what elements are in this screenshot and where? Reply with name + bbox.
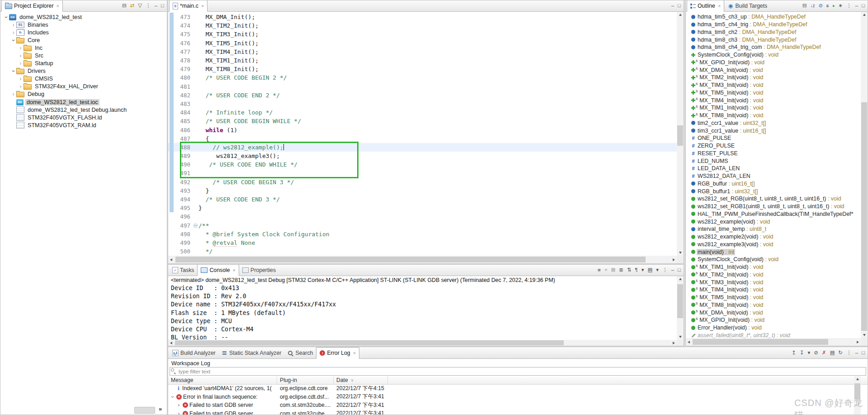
log-row[interactable]: ›×Error in final launch sequence:org.ecl… [168,393,868,401]
tree-item[interactable]: dome_WS2812_led_test.ioc [1,98,167,106]
tab-outline[interactable]: Outline [687,0,724,12]
tree-item[interactable]: ›Drivers [1,67,167,75]
code-line[interactable]: 488 // ws2812_example(); [168,143,677,152]
clear-console-icon[interactable]: ≣ [619,267,623,273]
tree-item[interactable]: ›dome_WS2812_led_test [1,13,167,21]
log-row[interactable]: iIndexed 'uart4DMA1' (22 sources, 1(org.… [168,384,868,393]
outline-item[interactable]: hdma_tim8_ch2 : DMA_HandleTypeDef [686,29,861,36]
import-log-icon[interactable]: ↧ [800,350,804,356]
dropdown-icon[interactable]: ▾ [808,350,811,356]
outline-item[interactable]: SystemClock_Config(void) : void [686,256,861,263]
twistie-icon[interactable]: › [18,53,24,58]
outline-item[interactable]: sMX_TIM5_Init(void) : void [686,294,861,301]
code-editor[interactable]: 473 MX_DMA_Init();474 MX_TIM2_Init();475… [168,12,677,256]
outline-item[interactable]: ws2812_example3(void) : void [686,241,861,248]
outline-item[interactable]: #LED_DATA_LEN [686,165,861,172]
pin-console-icon[interactable]: ▾ [642,267,644,273]
twistie-icon[interactable]: › [18,45,24,51]
code-line[interactable]: 495} [168,204,677,212]
hide-static-icon[interactable]: s [826,4,829,8]
twistie-icon[interactable]: › [170,394,176,399]
outline-item[interactable]: hdma_tim8_ch3 : DMA_HandleTypeDef [686,36,861,43]
outline-item[interactable]: SystemClock_Config(void) : void [686,51,861,59]
code-line[interactable]: 481 [168,82,677,91]
tree-item[interactable]: ›Includes [1,29,167,36]
hide-non-public-icon[interactable]: ● [832,4,835,8]
scrollbar-thumb[interactable] [677,284,683,318]
editor-horizontal-scrollbar[interactable] [168,256,677,263]
outline-item[interactable]: sMX_TIM3_Init(void) : void [686,278,861,286]
code-line[interactable]: 478 MX_TIM1_Init(); [168,56,677,65]
tree-item[interactable]: dome_WS2812_led_test Debug.launch [1,106,167,114]
twistie-icon[interactable]: › [18,61,24,66]
clear-log-icon[interactable]: ⊘ [814,350,818,356]
code-line[interactable]: 494 /* USER CODE END 3 */ [168,195,677,204]
code-line[interactable]: 497−/** [168,221,677,230]
code-line[interactable]: 474 MX_TIM2_Init(); [168,21,677,30]
outline-item[interactable]: sMX_TIM1_Init(void) : void [686,104,861,112]
code-line[interactable]: 496 [168,212,677,221]
close-icon[interactable] [717,3,721,9]
tree-item[interactable]: ›Startup [1,60,167,67]
outline-item[interactable]: #WS2812_DATA_LEN [686,172,861,180]
view-menu-icon[interactable]: ⋮ [662,267,668,273]
outline-item[interactable]: tim3_ccr1_value : uint16_t[] [686,127,861,134]
maximize-icon[interactable]: □ [678,267,681,273]
tab-tasks[interactable]: Tasks [169,265,197,276]
outline-item[interactable]: HAL_TIM_PWM_PulseFinishedCallback(TIM_Ha… [686,210,861,218]
scrollbar-thumb[interactable] [175,257,646,262]
open-log-icon[interactable]: ▤ [830,350,835,356]
tab-build-analyzer[interactable]: Build Analyzer [169,348,219,358]
tab-main-c[interactable]: *main.c [169,0,208,12]
trim-bar[interactable] [134,407,155,414]
outline-item[interactable]: sMX_DMA_Init(void) : void [686,309,861,316]
outline-item[interactable]: #RESET_PULSE [686,150,861,157]
scroll-left-icon[interactable] [686,339,692,345]
maximize-icon[interactable]: □ [678,3,681,9]
console-vertical-scrollbar[interactable] [677,276,684,340]
scrollbar-thumb[interactable] [175,340,564,345]
collapse-all-icon[interactable]: ⊟ [122,3,127,9]
code-line[interactable]: 498 * @brief System Clock Configuration [168,230,677,239]
code-line[interactable]: 479 MX_TIM8_Init(); [168,65,677,73]
outline-item[interactable]: #ONE_PULSE [686,134,861,142]
tab-properties[interactable]: Properties [239,265,279,276]
twistie-icon[interactable]: › [11,37,16,43]
outline-item[interactable]: hdma_tim8_ch4_trig_com : DMA_HandleTypeD… [686,43,861,51]
export-log-icon[interactable]: ↥ [792,350,796,356]
outline-item[interactable]: sMX_TIM2_Init(void) : void [686,271,861,279]
code-line[interactable]: 482 /* USER CODE END 2 */ [168,91,677,100]
column-header-plugin[interactable]: Plug-in [277,376,334,384]
outline-item[interactable]: tim2_ccr1_value : uint32_t[] [686,119,861,127]
outline-item[interactable]: sMX_DMA_Init(void) : void [686,66,861,74]
outline-item[interactable]: ws2812_set_RGB(uint8_t, uint8_t, uint8_t… [686,195,861,203]
console-output[interactable]: Device ID : 0x413Revision ID : Rev 2.0De… [171,284,676,339]
tab-static-stack-analyzer[interactable]: Static Stack Analyzer [219,348,285,358]
outline-item[interactable]: sMX_TIM2_Init(void) : void [686,74,861,81]
tree-item[interactable]: STM32F405VGTX_FLASH.ld [1,114,167,121]
maximize-icon[interactable]: □ [862,350,865,356]
close-icon[interactable] [352,350,356,356]
code-line[interactable]: 487 { [168,134,677,143]
scroll-up-icon[interactable] [861,12,867,18]
code-line[interactable]: 476 MX_TIM5_Init(); [168,39,677,48]
outline-vertical-scrollbar[interactable] [861,12,868,338]
hide-fields-icon[interactable]: ⊘ [818,3,823,9]
maximize-icon[interactable]: □ [161,3,164,9]
minimize-icon[interactable]: – [671,267,674,273]
sort-alpha-icon[interactable]: ↓z [810,4,815,8]
open-console-icon[interactable]: ▾ [656,267,659,273]
outline-item[interactable]: RGB_buffur1 : uint32_t[] [686,187,861,195]
twistie-icon[interactable]: › [10,91,16,97]
outline-item[interactable]: sMX_TIM1_Init(void) : void [686,263,861,271]
tab-console[interactable]: Console [197,264,239,276]
scroll-up-icon[interactable] [677,12,683,18]
tab-error-log[interactable]: Error Log [316,347,359,359]
outline-item[interactable]: assert_failed(uint8_t*, uint32_t) : void [686,332,861,339]
console-horizontal-scrollbar[interactable] [168,340,677,346]
outline-item[interactable]: ws2812_example2(void) : void [686,233,861,241]
twistie-icon[interactable]: › [18,76,24,81]
custom-filter-icon[interactable]: ∗ [839,3,843,9]
outline-item[interactable]: Error_Handler(void) : void [686,324,861,332]
code-line[interactable]: 486 while (1) [168,125,677,134]
